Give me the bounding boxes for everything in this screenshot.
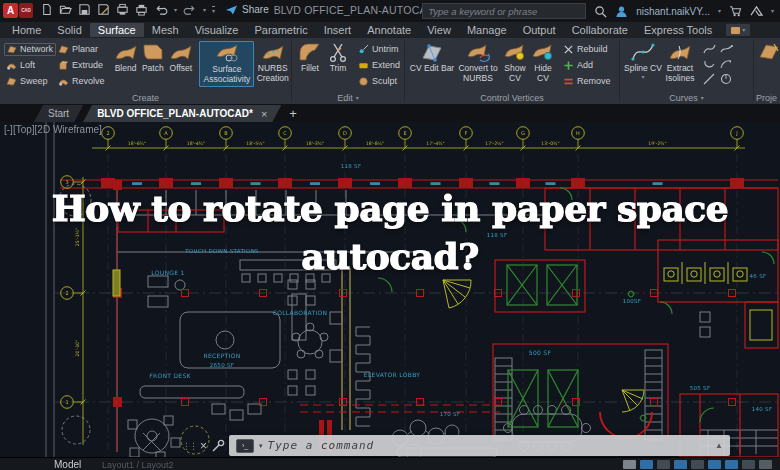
status-toggle-8[interactable] (759, 460, 772, 469)
redo-caret-icon[interactable]: ▾ (203, 7, 206, 13)
file-tab-drawing[interactable]: BLVD OFFICE_PLAN-AUTOCAD* × (83, 105, 281, 122)
user-name[interactable]: nishant.naikVY... (636, 6, 710, 17)
project-panel-label[interactable]: Proje (754, 91, 780, 104)
revolve-button[interactable]: Revolve (56, 76, 112, 87)
user-caret-icon[interactable]: ▾ (718, 8, 721, 14)
trim-button[interactable]: Trim (324, 41, 352, 74)
tab-express-tools[interactable]: Express Tools (636, 23, 720, 37)
save-as-icon[interactable] (97, 3, 110, 16)
scissors-icon (327, 42, 349, 62)
search-icon[interactable] (594, 5, 607, 18)
model-tab[interactable]: Model (54, 459, 81, 470)
gallery-caret-icon: ▾ (742, 27, 745, 33)
command-prompt-icon[interactable]: ›_ (236, 439, 254, 453)
hide-cv-button[interactable]: HideCV (529, 41, 557, 83)
create-panel-label[interactable]: Create (0, 91, 291, 104)
network-button[interactable]: Network (4, 43, 56, 56)
sculpt-button[interactable]: Sculpt (356, 73, 402, 89)
tab-home[interactable]: Home (4, 23, 49, 37)
circle-tool-icon[interactable] (720, 73, 733, 85)
extend-button[interactable]: Extend (356, 57, 402, 73)
print-icon[interactable] (135, 3, 148, 16)
status-toggle-1[interactable] (640, 460, 653, 469)
status-toggle-2[interactable] (657, 460, 670, 469)
title-bar: A CAD ▾ ▾ ▾ Share BLVD OFFICE_PLAN-AUTOC… (0, 0, 780, 22)
curves-panel-label[interactable]: Curves▾ (620, 91, 753, 104)
customize-wrench-icon[interactable] (211, 439, 225, 453)
status-toggle-4[interactable] (691, 460, 704, 469)
status-toggle-3[interactable] (674, 460, 687, 469)
nurbs-creation-button[interactable]: NURBSCreation (256, 41, 289, 83)
plot-icon[interactable] (116, 3, 129, 16)
tab-solid[interactable]: Solid (49, 23, 89, 37)
planar-button[interactable]: Planar (56, 44, 112, 55)
blend-button[interactable]: Blend (112, 41, 139, 74)
tab-view[interactable]: View (419, 23, 459, 37)
user-icon[interactable] (615, 5, 628, 18)
viewport-controls[interactable]: [-][Top][2D Wireframe] (4, 124, 102, 135)
tab-output[interactable]: Output (515, 23, 564, 37)
loft-button[interactable]: Loft (4, 60, 56, 71)
surface-associativity-button[interactable]: SurfaceAssociativity (199, 41, 254, 87)
spline-cv-button[interactable]: Spline CV▾ (624, 41, 662, 80)
show-cv-button[interactable]: ShowCV (501, 41, 529, 83)
status-toggle-5[interactable] (708, 460, 721, 469)
undo-caret-icon[interactable]: ▾ (174, 7, 177, 13)
autodesk-caret-icon[interactable]: ▾ (771, 8, 774, 14)
tab-mesh[interactable]: Mesh (144, 23, 187, 37)
tools-gallery-button[interactable]: ▾ (726, 24, 750, 36)
tab-parametric[interactable]: Parametric (246, 23, 315, 37)
rebuild-button[interactable]: Rebuild (561, 41, 613, 57)
file-tab-start[interactable]: Start (34, 105, 83, 122)
new-file-icon[interactable] (40, 3, 53, 16)
new-tab-button[interactable]: + (289, 107, 297, 122)
offset-button[interactable]: Offset (166, 41, 195, 74)
cv-edit-bar-button[interactable]: CV Edit Bar (409, 41, 455, 74)
autodesk-icon[interactable] (750, 5, 763, 17)
qat-customize-icon[interactable]: ▾ (212, 6, 215, 14)
share-button[interactable]: Share (225, 4, 269, 16)
close-tab-icon[interactable]: × (261, 108, 267, 120)
command-bar-drag-handle[interactable]: ⋮⋮ (182, 441, 196, 451)
tab-collaborate[interactable]: Collaborate (564, 23, 636, 37)
drawing-canvas[interactable]: 2ABCDEFGHJ18'-6¾"18'-4¾"18'-5½"18'-3¾"18… (0, 122, 780, 457)
tab-surface[interactable]: Surface (90, 23, 144, 37)
tab-insert[interactable]: Insert (316, 23, 360, 37)
control-vertices-panel-label[interactable]: Control Vertices (405, 91, 619, 104)
extract-isolines-button[interactable]: ExtractIsolines (662, 41, 698, 83)
tab-manage[interactable]: Manage (459, 23, 515, 37)
edit-panel-label[interactable]: Edit▾ (292, 91, 404, 104)
untrim-button[interactable]: Untrim (356, 41, 402, 57)
redo-icon[interactable] (183, 3, 197, 16)
status-toggle-0[interactable] (623, 460, 636, 469)
remove-button[interactable]: Remove (561, 73, 613, 89)
command-caret-icon[interactable]: ▾ (259, 442, 263, 450)
convert-to-nurbs-button[interactable]: Convert toNURBS (455, 41, 501, 83)
undo-icon[interactable] (154, 3, 168, 16)
save-icon[interactable] (78, 3, 91, 16)
command-input[interactable]: ›_ ▾ Type a command ▲ (229, 435, 730, 456)
extrude-button[interactable]: Extrude (56, 60, 112, 71)
add-button[interactable]: Add (561, 57, 613, 73)
project-geometry-button[interactable] (758, 41, 780, 64)
status-toggle-6[interactable] (725, 460, 738, 469)
blend-curve-icon[interactable] (703, 43, 716, 55)
u-curve-icon[interactable] (703, 58, 716, 70)
grid-bubble-label: F (465, 130, 468, 136)
autocad-logo-icon[interactable]: A CAD (3, 3, 33, 18)
command-bar-close-icon[interactable]: × (200, 439, 207, 453)
command-expand-icon[interactable]: ▲ (715, 441, 723, 450)
fillet-button[interactable]: Fillet (296, 41, 324, 74)
search-input[interactable]: Type a keyword or phrase (422, 3, 586, 19)
sweep-button[interactable]: Sweep (4, 76, 56, 87)
cart-icon[interactable] (729, 5, 742, 17)
tab-visualize[interactable]: Visualize (187, 23, 247, 37)
tab-annotate[interactable]: Annotate (359, 23, 419, 37)
status-toggle-7[interactable] (742, 460, 755, 469)
patch-button[interactable]: Patch (139, 41, 166, 74)
layout-tabs[interactable]: Layout1 / Layout2 (102, 460, 174, 470)
line-tool-icon[interactable] (703, 73, 716, 85)
free-curve-icon[interactable] (720, 43, 733, 55)
open-folder-icon[interactable] (59, 3, 72, 16)
arc-curve-icon[interactable] (720, 58, 733, 70)
